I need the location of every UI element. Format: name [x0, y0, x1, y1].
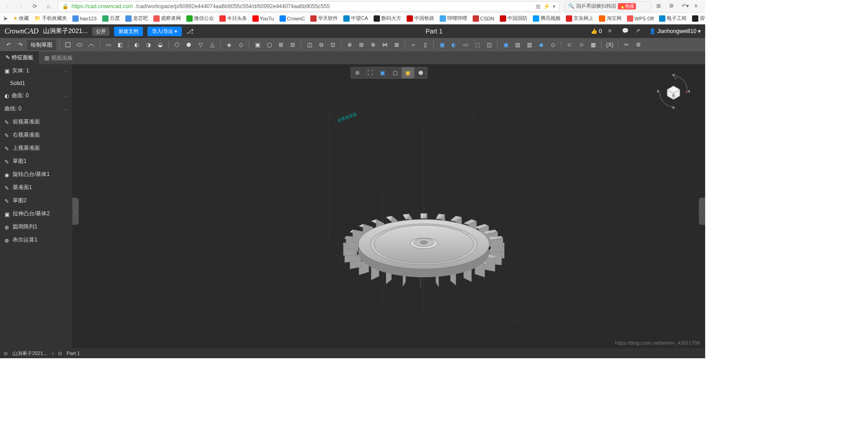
view-cube[interactable]: 前 Y X	[655, 73, 692, 109]
solid-group[interactable]: ▣实体: 1⌄	[0, 64, 72, 77]
bookmark-item[interactable]: 电子工程	[659, 15, 687, 22]
collapse-sidebar-left[interactable]: ‹	[72, 198, 79, 225]
home-button[interactable]: ⌂	[44, 2, 52, 10]
import-export-button[interactable]: 导入/导出 ▾	[147, 27, 182, 36]
undo-icon[interactable]: ↶	[4, 40, 14, 50]
breadcrumb-part[interactable]: Part 1	[66, 351, 80, 356]
tool-icon[interactable]: ▽	[195, 40, 205, 50]
apps-icon[interactable]: ⊞	[656, 3, 664, 10]
forward-button[interactable]: ›	[17, 2, 25, 10]
bookmark-item[interactable]: 今日头条	[219, 15, 247, 22]
public-badge[interactable]: 公开	[92, 27, 109, 36]
bookmark-item[interactable]: 微信公众	[186, 15, 214, 22]
tool-icon[interactable]: ◇	[236, 40, 246, 50]
bookmark-item[interactable]: hao123	[72, 15, 97, 22]
sweep-icon[interactable]	[86, 40, 96, 50]
view-wire-icon[interactable]: ▢	[389, 67, 402, 78]
app-logo[interactable]: CrownCAD	[5, 27, 38, 35]
bookmark-item[interactable]: CSDN	[473, 15, 494, 22]
document-title[interactable]: 山涧果子2021...	[43, 27, 88, 35]
tool-icon[interactable]: ◈	[224, 40, 234, 50]
view-reset-icon[interactable]: ⊛	[351, 67, 364, 78]
bookmark-item[interactable]: 中望CA	[343, 15, 368, 22]
tool-icon[interactable]: ⊃	[576, 40, 586, 50]
feature-panel-tab[interactable]: ✎ 特征面板	[0, 51, 39, 65]
feature-item[interactable]: ⊗布尔运算1	[0, 233, 72, 247]
like-button[interactable]: 👍 0	[591, 28, 602, 34]
bookmark-item[interactable]: WPS Off	[627, 15, 654, 22]
tool-icon[interactable]: ◑	[143, 40, 153, 50]
bookmark-item[interactable]: 哔哩哔哩	[440, 15, 467, 22]
bookmark-item[interactable]: 龙芯吧	[125, 15, 148, 22]
view-show-icon[interactable]: ▣	[402, 67, 414, 78]
bookmarks-toggle[interactable]: |▸	[4, 15, 8, 21]
tool-icon[interactable]: ⊕	[345, 40, 355, 50]
bookmark-item[interactable]: 观察者网	[153, 15, 181, 22]
tool-icon[interactable]: ⊂	[564, 40, 574, 50]
tool-icon[interactable]: △	[207, 40, 217, 50]
branch-icon[interactable]: ⎇	[186, 28, 194, 35]
breadcrumb-doc[interactable]: 山涧果子2021...	[12, 350, 47, 357]
share-icon[interactable]: ↗	[636, 28, 643, 35]
status-home-icon[interactable]: ⊙	[4, 351, 8, 356]
tool-icon[interactable]: ⊗	[368, 40, 378, 50]
tool-icon[interactable]: ◫	[304, 40, 314, 50]
bookmark-item[interactable]: 📁手机收藏夹	[34, 15, 67, 22]
tool-icon[interactable]: ▭	[460, 40, 470, 50]
browser-search[interactable]: 🔍 国乒男团横扫韩国 🔥热搜	[565, 1, 651, 11]
new-document-button[interactable]: 新建文档	[114, 27, 143, 36]
url-bar[interactable]: 🔒 https://cad.crowncad.com/cad/workspace…	[58, 1, 560, 11]
settings-icon[interactable]: ⚙	[669, 3, 676, 10]
tool-icon[interactable]: ▣	[437, 40, 447, 50]
tool-icon[interactable]: ▣	[252, 40, 262, 50]
bookmark-item[interactable]: 数码大方	[374, 15, 401, 22]
surface-group[interactable]: ◐曲面: 0⌄	[0, 89, 72, 102]
tool-icon[interactable]: ⊞	[356, 40, 366, 50]
bookmark-item[interactable]: 百度	[102, 15, 120, 22]
tool-icon[interactable]: ◐	[449, 40, 459, 50]
view-fit-icon[interactable]: ⛶	[364, 67, 376, 78]
feature-item[interactable]: ✎基准面1	[0, 181, 72, 194]
bookmark-item[interactable]: 华天软件	[310, 15, 338, 22]
tool-icon[interactable]: ▯	[420, 40, 430, 50]
view-shade-icon[interactable]: ▣	[376, 67, 389, 78]
tool-icon[interactable]: ⊟	[288, 40, 298, 50]
tool-icon[interactable]: ◆	[536, 40, 546, 50]
feature-item[interactable]: ✎前视基准面	[0, 115, 72, 128]
feature-item[interactable]: ▣拉伸凸台/基体2	[0, 207, 72, 220]
tool-icon[interactable]: ⬡	[172, 40, 182, 50]
chat-icon[interactable]: 💬	[622, 28, 629, 35]
feature-item[interactable]: ✎草图1	[0, 155, 72, 168]
tool-icon[interactable]: ⬢	[184, 40, 194, 50]
view-iso-icon[interactable]: ⬢	[414, 67, 427, 78]
bookmark-item[interactable]: ★收藏	[13, 15, 29, 22]
tool-icon[interactable]: ◇	[548, 40, 558, 50]
tool-icon[interactable]: ⬚	[472, 40, 482, 50]
tool-icon[interactable]: ⚙	[633, 40, 643, 50]
view-panel-tab[interactable]: ▦ 视图面板	[39, 52, 78, 65]
tool-icon[interactable]: ⊞	[276, 40, 286, 50]
redo-icon[interactable]: ↷	[15, 40, 25, 50]
back-button[interactable]: ‹	[4, 2, 12, 10]
tool-icon[interactable]: (X)	[605, 40, 615, 50]
flash-icon[interactable]: ⚡	[543, 3, 550, 9]
bookmark-item[interactable]: YouTu	[252, 15, 274, 22]
3d-viewport[interactable]: ⊛ ⛶ ▣ ▢ ▣ ⬢ 右视基准面	[72, 64, 705, 358]
bookmark-item[interactable]: 京东网上	[566, 15, 593, 22]
bookmark-item[interactable]: 中国铁路	[407, 15, 434, 22]
tool-icon[interactable]: ⌐	[408, 40, 418, 50]
tool-icon[interactable]: ▭	[103, 40, 113, 50]
solid-item[interactable]: Solid1	[0, 77, 72, 89]
feature-item[interactable]: ✎右视基准面	[0, 128, 72, 142]
tool-icon[interactable]: ▥	[524, 40, 534, 50]
docs-icon[interactable]: ≡	[608, 28, 616, 35]
tool-icon[interactable]: ◒	[155, 40, 165, 50]
bookmark-item[interactable]: 雷特视频	[692, 15, 705, 22]
bookmark-item[interactable]: 腾讯视频	[533, 15, 560, 22]
feature-item[interactable]: ✎上视基准面	[0, 142, 72, 155]
menu-icon[interactable]: ≡	[694, 3, 702, 10]
draw-sketch-button[interactable]: 绘制草图	[27, 40, 56, 50]
reload-button[interactable]: ⟳	[31, 2, 39, 10]
tool-icon[interactable]: ✂	[621, 40, 631, 50]
tool-icon[interactable]: ◧	[115, 40, 125, 50]
